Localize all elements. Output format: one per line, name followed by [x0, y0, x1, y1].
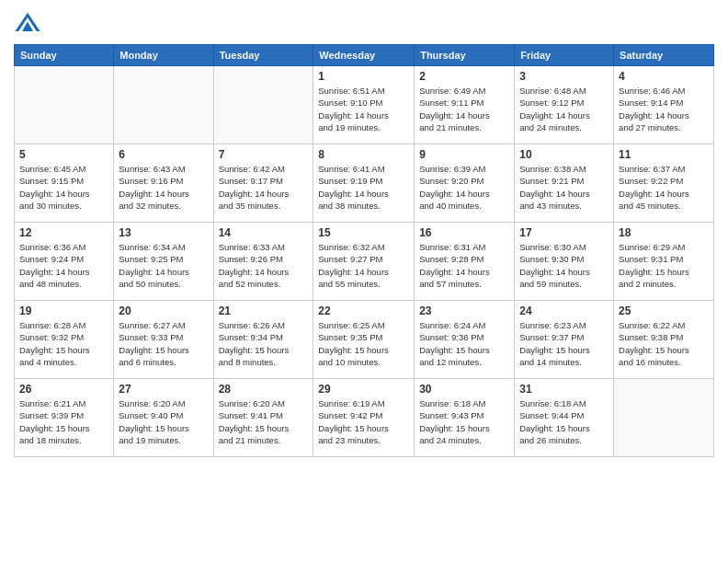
day-info: Sunrise: 6:21 AM Sunset: 9:39 PM Dayligh…: [19, 397, 108, 446]
day-number: 24: [519, 304, 609, 317]
day-cell: 20Sunrise: 6:27 AM Sunset: 9:33 PM Dayli…: [114, 301, 213, 379]
week-row-1: 5Sunrise: 6:45 AM Sunset: 9:15 PM Daylig…: [15, 144, 714, 223]
day-cell: 13Sunrise: 6:34 AM Sunset: 9:25 PM Dayli…: [114, 223, 213, 301]
day-number: 18: [619, 226, 709, 239]
day-cell: 10Sunrise: 6:38 AM Sunset: 9:21 PM Dayli…: [515, 144, 614, 223]
header-cell-saturday: Saturday: [614, 45, 714, 66]
day-cell: 8Sunrise: 6:41 AM Sunset: 9:19 PM Daylig…: [313, 144, 415, 223]
day-number: 23: [419, 304, 509, 317]
day-info: Sunrise: 6:25 AM Sunset: 9:35 PM Dayligh…: [318, 319, 409, 368]
day-number: 10: [519, 148, 609, 161]
logo: [14, 9, 45, 37]
week-row-4: 26Sunrise: 6:21 AM Sunset: 9:39 PM Dayli…: [15, 379, 714, 457]
day-number: 2: [419, 70, 509, 83]
day-info: Sunrise: 6:20 AM Sunset: 9:40 PM Dayligh…: [119, 397, 208, 446]
day-cell: 25Sunrise: 6:22 AM Sunset: 9:38 PM Dayli…: [614, 301, 714, 379]
week-row-2: 12Sunrise: 6:36 AM Sunset: 9:24 PM Dayli…: [15, 223, 714, 301]
day-info: Sunrise: 6:22 AM Sunset: 9:38 PM Dayligh…: [619, 319, 709, 368]
day-number: 6: [119, 148, 208, 161]
week-row-0: 1Sunrise: 6:51 AM Sunset: 9:10 PM Daylig…: [15, 66, 714, 144]
day-info: Sunrise: 6:33 AM Sunset: 9:26 PM Dayligh…: [219, 241, 309, 290]
day-number: 28: [219, 383, 309, 396]
day-info: Sunrise: 6:30 AM Sunset: 9:30 PM Dayligh…: [519, 241, 609, 290]
day-cell: 17Sunrise: 6:30 AM Sunset: 9:30 PM Dayli…: [515, 223, 614, 301]
logo-icon: [14, 9, 41, 37]
day-number: 27: [119, 383, 208, 396]
day-cell: [15, 66, 114, 144]
day-info: Sunrise: 6:41 AM Sunset: 9:19 PM Dayligh…: [318, 163, 409, 212]
day-info: Sunrise: 6:43 AM Sunset: 9:16 PM Dayligh…: [119, 163, 208, 212]
day-number: 11: [619, 148, 709, 161]
day-info: Sunrise: 6:49 AM Sunset: 9:11 PM Dayligh…: [419, 85, 509, 133]
day-cell: 23Sunrise: 6:24 AM Sunset: 9:36 PM Dayli…: [415, 301, 515, 379]
day-info: Sunrise: 6:48 AM Sunset: 9:12 PM Dayligh…: [519, 85, 609, 133]
day-cell: [614, 379, 714, 457]
day-cell: [114, 66, 213, 144]
day-info: Sunrise: 6:20 AM Sunset: 9:41 PM Dayligh…: [219, 397, 309, 446]
header-cell-friday: Friday: [515, 45, 614, 66]
calendar-table: SundayMondayTuesdayWednesdayThursdayFrid…: [14, 44, 714, 457]
day-info: Sunrise: 6:42 AM Sunset: 9:17 PM Dayligh…: [219, 163, 309, 212]
day-info: Sunrise: 6:51 AM Sunset: 9:10 PM Dayligh…: [318, 85, 409, 133]
day-number: 5: [19, 148, 108, 161]
day-number: 4: [619, 70, 709, 83]
day-info: Sunrise: 6:29 AM Sunset: 9:31 PM Dayligh…: [619, 241, 709, 290]
week-row-3: 19Sunrise: 6:28 AM Sunset: 9:32 PM Dayli…: [15, 301, 714, 379]
day-number: 30: [419, 383, 509, 396]
day-number: 31: [519, 383, 609, 396]
day-number: 1: [318, 70, 409, 83]
day-number: 25: [619, 304, 709, 317]
day-number: 14: [219, 226, 309, 239]
day-info: Sunrise: 6:26 AM Sunset: 9:34 PM Dayligh…: [219, 319, 309, 368]
day-cell: [213, 66, 313, 144]
header: [14, 9, 714, 37]
header-cell-tuesday: Tuesday: [213, 45, 313, 66]
day-number: 29: [318, 383, 409, 396]
day-number: 9: [419, 148, 509, 161]
day-cell: 15Sunrise: 6:32 AM Sunset: 9:27 PM Dayli…: [313, 223, 415, 301]
header-cell-wednesday: Wednesday: [313, 45, 415, 66]
day-info: Sunrise: 6:37 AM Sunset: 9:22 PM Dayligh…: [619, 163, 709, 212]
day-number: 7: [219, 148, 309, 161]
header-row: SundayMondayTuesdayWednesdayThursdayFrid…: [15, 45, 714, 66]
header-cell-sunday: Sunday: [15, 45, 114, 66]
day-number: 20: [119, 304, 208, 317]
day-info: Sunrise: 6:39 AM Sunset: 9:20 PM Dayligh…: [419, 163, 509, 212]
day-info: Sunrise: 6:24 AM Sunset: 9:36 PM Dayligh…: [419, 319, 509, 368]
page: SundayMondayTuesdayWednesdayThursdayFrid…: [0, 0, 728, 563]
day-cell: 3Sunrise: 6:48 AM Sunset: 9:12 PM Daylig…: [515, 66, 614, 144]
day-info: Sunrise: 6:34 AM Sunset: 9:25 PM Dayligh…: [119, 241, 208, 290]
day-info: Sunrise: 6:45 AM Sunset: 9:15 PM Dayligh…: [19, 163, 108, 212]
header-cell-thursday: Thursday: [415, 45, 515, 66]
day-cell: 12Sunrise: 6:36 AM Sunset: 9:24 PM Dayli…: [15, 223, 114, 301]
day-info: Sunrise: 6:32 AM Sunset: 9:27 PM Dayligh…: [318, 241, 409, 290]
day-cell: 4Sunrise: 6:46 AM Sunset: 9:14 PM Daylig…: [614, 66, 714, 144]
day-info: Sunrise: 6:28 AM Sunset: 9:32 PM Dayligh…: [19, 319, 108, 368]
day-cell: 21Sunrise: 6:26 AM Sunset: 9:34 PM Dayli…: [213, 301, 313, 379]
day-info: Sunrise: 6:38 AM Sunset: 9:21 PM Dayligh…: [519, 163, 609, 212]
day-cell: 18Sunrise: 6:29 AM Sunset: 9:31 PM Dayli…: [614, 223, 714, 301]
day-cell: 28Sunrise: 6:20 AM Sunset: 9:41 PM Dayli…: [213, 379, 313, 457]
day-number: 13: [119, 226, 208, 239]
day-info: Sunrise: 6:31 AM Sunset: 9:28 PM Dayligh…: [419, 241, 509, 290]
day-number: 8: [318, 148, 409, 161]
day-cell: 2Sunrise: 6:49 AM Sunset: 9:11 PM Daylig…: [415, 66, 515, 144]
day-cell: 5Sunrise: 6:45 AM Sunset: 9:15 PM Daylig…: [15, 144, 114, 223]
day-number: 15: [318, 226, 409, 239]
day-info: Sunrise: 6:18 AM Sunset: 9:43 PM Dayligh…: [419, 397, 509, 446]
day-cell: 6Sunrise: 6:43 AM Sunset: 9:16 PM Daylig…: [114, 144, 213, 223]
day-cell: 31Sunrise: 6:18 AM Sunset: 9:44 PM Dayli…: [515, 379, 614, 457]
day-number: 12: [19, 226, 108, 239]
day-info: Sunrise: 6:18 AM Sunset: 9:44 PM Dayligh…: [519, 397, 609, 446]
day-number: 26: [19, 383, 108, 396]
day-number: 19: [19, 304, 108, 317]
day-cell: 30Sunrise: 6:18 AM Sunset: 9:43 PM Dayli…: [415, 379, 515, 457]
day-number: 17: [519, 226, 609, 239]
day-info: Sunrise: 6:19 AM Sunset: 9:42 PM Dayligh…: [318, 397, 409, 446]
calendar-header: SundayMondayTuesdayWednesdayThursdayFrid…: [15, 45, 714, 66]
day-info: Sunrise: 6:27 AM Sunset: 9:33 PM Dayligh…: [119, 319, 208, 368]
day-number: 21: [219, 304, 309, 317]
header-cell-monday: Monday: [114, 45, 213, 66]
day-info: Sunrise: 6:23 AM Sunset: 9:37 PM Dayligh…: [519, 319, 609, 368]
day-info: Sunrise: 6:46 AM Sunset: 9:14 PM Dayligh…: [619, 85, 709, 133]
